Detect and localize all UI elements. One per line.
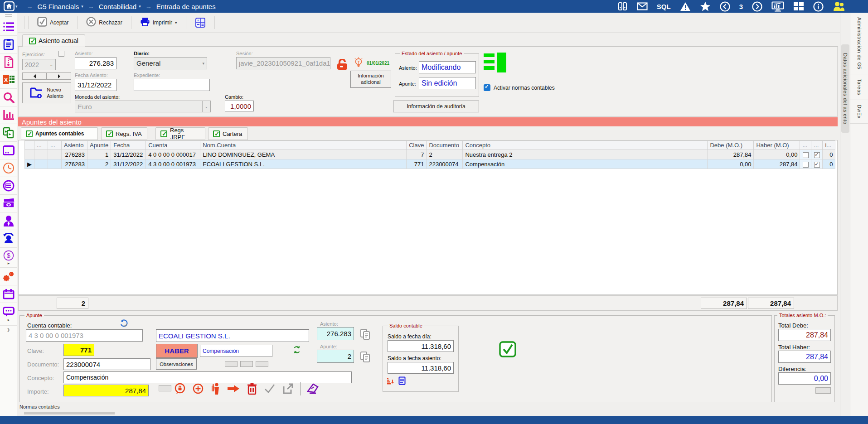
refresh-swap-icon[interactable] (293, 346, 301, 356)
row-marker[interactable] (25, 150, 34, 159)
copy-documents-icon[interactable] (0, 124, 17, 142)
calendar-icon[interactable] (0, 285, 17, 303)
column-header[interactable]: Nom.Cuenta (200, 141, 407, 150)
clipboard-icon[interactable] (0, 36, 17, 53)
column-header[interactable]: ... (48, 141, 62, 150)
prev-record-button[interactable] (22, 72, 47, 80)
search-icon[interactable] (0, 89, 17, 106)
tab-datos-adicionales[interactable]: Datos adicionales del asiento (841, 44, 849, 133)
cell-check1[interactable] (800, 159, 811, 169)
document-icon[interactable] (398, 376, 406, 387)
bubble-lock-icon[interactable] (174, 383, 186, 395)
cell-check2[interactable] (811, 159, 823, 169)
breadcrumb-section[interactable]: Contabilidad▾ (99, 3, 141, 10)
cell-concepto[interactable]: Nuestra entrega 2 (463, 150, 708, 159)
column-header[interactable]: ... (811, 141, 823, 150)
column-header[interactable]: ... (34, 141, 48, 150)
users-icon[interactable] (833, 1, 845, 12)
column-header[interactable] (25, 141, 34, 150)
cell-documento[interactable]: 2 (427, 150, 463, 159)
sort-filter-icon[interactable] (387, 378, 395, 387)
home-caret[interactable]: ▾ (15, 4, 18, 9)
cell-blank[interactable] (48, 159, 62, 169)
home-icon[interactable] (4, 1, 15, 12)
bar-chart-icon[interactable] (0, 106, 17, 124)
undo-icon[interactable] (120, 319, 129, 329)
column-header[interactable]: Debe (M.O.) (708, 141, 754, 150)
next-record-button[interactable] (47, 72, 71, 80)
info-icon[interactable] (813, 1, 824, 12)
cell-nom_cuenta[interactable]: ECOALI GESTION S.L. (200, 159, 407, 169)
sidebar-grip[interactable] (5, 16, 12, 17)
column-header[interactable]: Fecha (111, 141, 146, 150)
cell-asiento[interactable]: 276283 (62, 150, 87, 159)
activar-normas-checkbox[interactable]: Activar normas contables (484, 84, 555, 91)
nav-back-icon[interactable] (720, 1, 730, 12)
monitor-chart-icon[interactable] (771, 1, 784, 12)
tab-regs-iva[interactable]: Regs. IVA (101, 127, 147, 140)
tab-cartera[interactable]: Cartera (208, 127, 248, 140)
monitor-icon[interactable] (0, 142, 17, 159)
cell-blank[interactable] (34, 150, 48, 159)
row-marker[interactable]: ▶ (25, 159, 34, 169)
informacion-auditoria-button[interactable]: Información de auditoría (393, 101, 479, 112)
tab-administracion-g5[interactable]: Administración de G5 (850, 13, 868, 74)
cell-clave[interactable]: 7 (407, 150, 427, 159)
column-header[interactable]: Apunte (87, 141, 111, 150)
tab-dwex[interactable]: DwEx (850, 100, 868, 124)
sql-button[interactable]: SQL (657, 1, 671, 12)
column-header[interactable]: Haber (M.O) (754, 141, 800, 150)
delete-trash-icon[interactable] (247, 383, 257, 395)
expediente-input[interactable] (134, 79, 210, 91)
lightbulb-icon[interactable] (353, 57, 364, 71)
export-icon[interactable] (282, 383, 294, 395)
tab-normas-contables[interactable]: Normas contables (19, 404, 60, 410)
person-icon[interactable] (0, 212, 17, 230)
row-checkbox[interactable] (803, 152, 809, 158)
cell-clave[interactable]: 771 (407, 159, 427, 169)
cell-nom_cuenta[interactable]: LINO DOMINGUEZ, GEMA (200, 150, 407, 159)
cell-fecha[interactable]: 31/12/2022 (111, 159, 146, 169)
stamp-icon[interactable] (307, 383, 319, 394)
column-header[interactable]: Concepto (463, 141, 708, 150)
expander-caret-icon[interactable]: ▸ (8, 318, 10, 322)
grid-windows-icon[interactable] (793, 1, 804, 12)
row-checkbox[interactable] (814, 152, 820, 158)
mail-icon[interactable] (637, 1, 648, 12)
cell-fecha[interactable]: 31/12/2022 (111, 150, 146, 159)
breadcrumb-module[interactable]: G5 Financials▾ (38, 3, 83, 10)
cell-cuenta[interactable]: 4 0 0 00 0 000017 (146, 150, 200, 159)
reject-button[interactable]: Rechazar (81, 14, 127, 31)
column-header[interactable]: Cuenta (146, 141, 200, 150)
ejercicios-select[interactable]: 2022⌄ (22, 59, 56, 70)
arrow-right-icon[interactable] (227, 384, 240, 393)
cell-debe[interactable]: 287,84 (708, 150, 754, 159)
cell-check2[interactable] (811, 150, 823, 159)
chat-icon[interactable]: ▸ (0, 303, 17, 326)
excel-icon[interactable]: X (0, 71, 17, 89)
cell-asiento[interactable]: 276283 (62, 159, 87, 169)
bottom-scroll-thumb[interactable] (24, 412, 115, 414)
accept-button[interactable]: Aceptar (32, 14, 73, 31)
copy-icon[interactable] (360, 351, 371, 363)
dollar-circle-icon[interactable]: $ ▸ (0, 248, 17, 268)
diario-select[interactable]: General▾ (134, 57, 207, 69)
expander-caret-icon[interactable]: ▸ (8, 261, 10, 265)
documento-input[interactable]: 223000074 (63, 358, 150, 370)
circled-list-icon[interactable] (0, 177, 17, 195)
column-header[interactable]: Documento (427, 141, 463, 150)
cell-apunte[interactable]: 1 (87, 150, 111, 159)
cell-i[interactable]: 0 (823, 150, 835, 159)
row-checkbox[interactable] (814, 162, 820, 168)
cell-i[interactable]: 0 (823, 159, 835, 169)
calculator-button[interactable]: +- (190, 14, 211, 31)
clock-icon[interactable] (0, 159, 17, 177)
nav-forward-icon[interactable] (752, 1, 762, 12)
table-row[interactable]: 276283131/12/20224 0 0 00 0 000017LINO D… (25, 150, 835, 159)
cell-debe[interactable]: 0,00 (708, 159, 754, 169)
asiento-input[interactable]: 276.283 (75, 57, 116, 69)
sidebar-grip[interactable] (5, 14, 12, 15)
column-header[interactable]: i... (823, 141, 835, 150)
column-header[interactable]: Clave (407, 141, 427, 150)
money-icon[interactable] (0, 195, 17, 212)
